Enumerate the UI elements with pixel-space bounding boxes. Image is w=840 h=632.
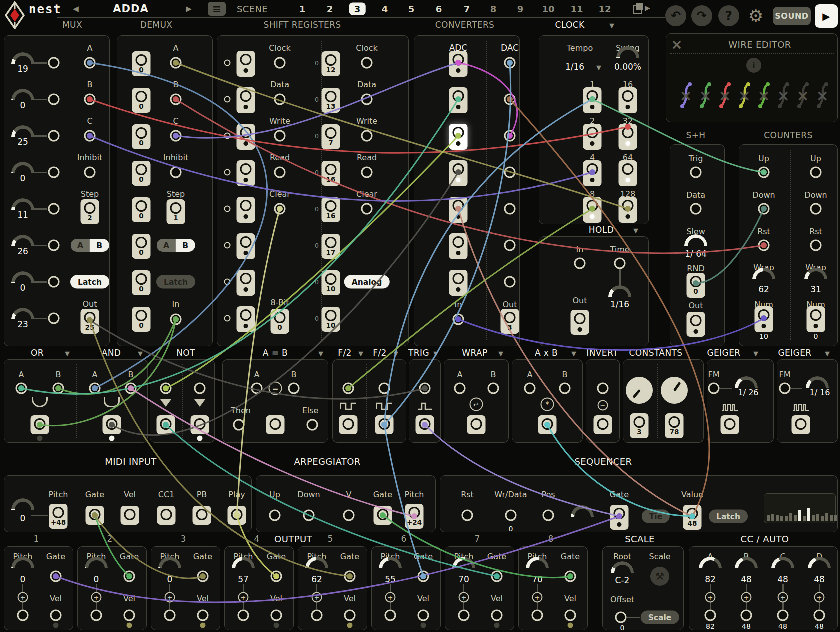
sr2-read-port[interactable]: [362, 167, 373, 178]
cc-b-port[interactable]: [741, 610, 752, 621]
seq-tie-button[interactable]: Tie: [642, 510, 670, 523]
seq-rst-port[interactable]: [462, 510, 474, 521]
sr2-stage-port-7[interactable]: 10: [322, 270, 340, 295]
header-axb[interactable]: A x B: [535, 348, 558, 358]
header-geiger-2[interactable]: GEIGER: [778, 348, 812, 358]
sr1-tap-port-7[interactable]: [224, 279, 231, 285]
ch5-gate-port[interactable]: [344, 571, 356, 582]
ch1-vel-port[interactable]: [50, 610, 62, 621]
trig-dropdown-icon[interactable]: ▼: [434, 350, 438, 357]
sr1-tap-port-4[interactable]: [224, 169, 231, 176]
seq-step-4[interactable]: [780, 516, 784, 521]
clock-div-1-port[interactable]: [584, 87, 602, 113]
midi-vel-port[interactable]: [121, 506, 140, 525]
sr1-tap-port-5[interactable]: [224, 206, 231, 212]
sr2-stage-port-3[interactable]: 7: [322, 124, 340, 149]
aeb-b-port[interactable]: [288, 383, 300, 394]
hold-dropdown-icon[interactable]: ▼: [634, 227, 638, 234]
wrap-b-port[interactable]: [488, 383, 500, 394]
wire-slot-2[interactable]: ×: [699, 80, 712, 110]
f2-2-in-port[interactable]: [379, 383, 390, 394]
cc-c-port[interactable]: [778, 610, 789, 621]
sh-trig-port[interactable]: [690, 167, 702, 178]
redo-button[interactable]: ↷: [692, 5, 712, 26]
seq-step-6[interactable]: [790, 513, 792, 521]
midi-pitch-port[interactable]: +48: [50, 504, 68, 529]
demux-out-port-5[interactable]: 0: [132, 197, 151, 222]
counter1-num-port[interactable]: [755, 306, 774, 332]
scene-5-button[interactable]: 5: [408, 4, 415, 14]
ch2-vel-port[interactable]: [124, 610, 136, 621]
or-a-port[interactable]: [16, 383, 28, 394]
scene-7-button[interactable]: 7: [464, 4, 470, 14]
adc-in-port-1[interactable]: [450, 51, 468, 77]
sr1-stage-port-7[interactable]: [237, 270, 256, 296]
sr1-tap-port-2[interactable]: [224, 96, 231, 103]
wrap-out-port[interactable]: [468, 415, 486, 434]
adc-in-port-3[interactable]: [450, 124, 468, 150]
seq-step-7[interactable]: [794, 515, 797, 521]
aeb-then-port[interactable]: [234, 419, 245, 431]
mux-ab-toggle[interactable]: AB: [71, 239, 110, 252]
geiger1-rate-value[interactable]: 1/ 26: [738, 388, 758, 397]
arp-gate-port[interactable]: [374, 506, 392, 525]
or-b-port[interactable]: [53, 383, 64, 394]
sr1-tap-port-1[interactable]: [224, 60, 231, 66]
ch1-gate-port[interactable]: [50, 571, 62, 582]
adc-in-port-2[interactable]: [450, 87, 468, 113]
invert-in-port[interactable]: [598, 383, 609, 394]
dac-in-port-5[interactable]: [504, 203, 516, 215]
constant1-knob[interactable]: [626, 377, 653, 404]
preset-name[interactable]: ADDA: [113, 3, 148, 15]
dac-in-port-7[interactable]: [504, 276, 516, 288]
geiger2-dropdown-icon[interactable]: ▼: [825, 350, 830, 357]
adc-in-port-6[interactable]: [450, 233, 468, 259]
sr1-stage-port-4[interactable]: [237, 160, 256, 186]
header-hold[interactable]: HOLD: [589, 225, 614, 235]
not1-in-port[interactable]: [160, 383, 172, 394]
sound-button[interactable]: SOUND: [773, 7, 811, 25]
mux-row-port-3[interactable]: [48, 130, 60, 142]
seq-step-1[interactable]: [767, 515, 770, 521]
clock-div-64-port[interactable]: [619, 160, 638, 186]
f2-2-out-port[interactable]: [376, 415, 394, 434]
wrap-dropdown-icon[interactable]: ▼: [498, 350, 504, 357]
sr1-data-port[interactable]: [274, 94, 286, 105]
midi-pb-port[interactable]: [193, 506, 212, 525]
scene-1-button[interactable]: 1: [300, 4, 306, 14]
mux-inhibit-port[interactable]: [84, 167, 96, 178]
ch8-vel-port[interactable]: [565, 610, 576, 621]
constant2-out-port[interactable]: 78: [666, 413, 684, 438]
hold-time-value[interactable]: 1/16: [610, 299, 630, 309]
scene-9-button[interactable]: 9: [518, 4, 524, 14]
sr2-stage-port-8[interactable]: 10: [322, 307, 340, 332]
counter1-down-port[interactable]: [758, 203, 770, 215]
sr1-read-port[interactable]: [274, 167, 286, 178]
dac-in-port-6[interactable]: [504, 240, 516, 251]
wire-slot-3[interactable]: ×: [718, 80, 732, 110]
scene-11-button[interactable]: 11: [570, 4, 583, 14]
hold-time-port[interactable]: [614, 258, 626, 269]
demux-in-port[interactable]: [170, 314, 182, 325]
geiger2-fm-port[interactable]: [780, 383, 791, 394]
sr2-stage-port-6[interactable]: 17: [322, 234, 340, 259]
ch7-vel-port[interactable]: [492, 610, 503, 621]
scene-4-button[interactable]: 4: [382, 4, 388, 14]
seq-step-16[interactable]: [834, 515, 838, 521]
ch5-pitch-port[interactable]: [312, 610, 323, 621]
mux-row-port-5[interactable]: [48, 203, 60, 215]
scale-offset-mode-button[interactable]: Scale: [641, 611, 680, 624]
sr1-stage-port-8[interactable]: [237, 306, 256, 332]
seq-step-10[interactable]: [808, 508, 810, 521]
info-icon[interactable]: i: [746, 58, 762, 73]
mux-input-c-port[interactable]: [84, 130, 96, 142]
mux-row-port-8[interactable]: [48, 313, 60, 324]
midi-cc1-port[interactable]: [158, 506, 176, 525]
adc-in-port-5[interactable]: [450, 197, 468, 223]
header-clock[interactable]: CLOCK: [555, 20, 584, 30]
seq-step-12[interactable]: [816, 514, 820, 521]
sr2-stage-port-5[interactable]: 16: [322, 197, 340, 222]
seq-value-port[interactable]: 48: [684, 505, 702, 530]
play-button[interactable]: ▶: [815, 4, 838, 28]
prev-preset-button[interactable]: ◀: [73, 4, 79, 13]
